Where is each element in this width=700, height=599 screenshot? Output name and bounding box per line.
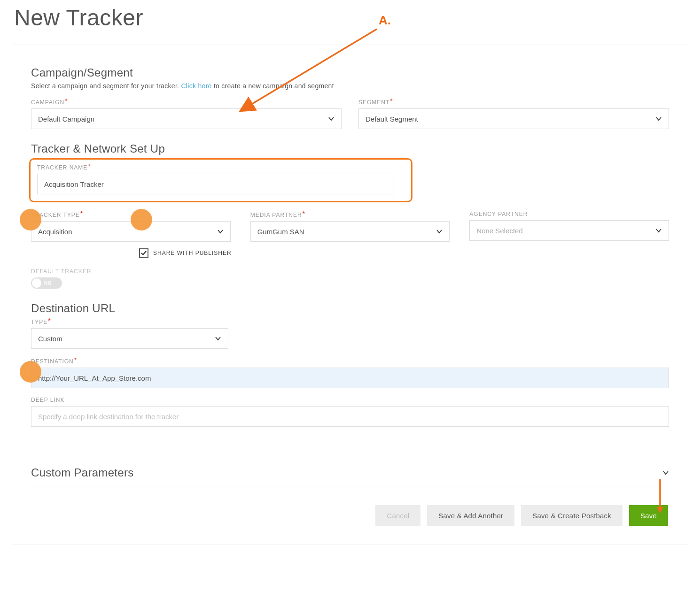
chevron-down-icon: [217, 228, 224, 235]
segment-value: Default Segment: [366, 115, 418, 123]
default-tracker-label: DEFAULT TRACKER: [31, 268, 669, 275]
chevron-down-icon: [655, 227, 662, 234]
required-icon: *: [65, 97, 68, 105]
campaign-help-text: Select a campaign and segment for your t…: [31, 82, 669, 90]
segment-select[interactable]: Default Segment: [358, 108, 669, 129]
media-partner-value: GumGum SAN: [257, 228, 304, 236]
create-campaign-link[interactable]: Click here: [181, 82, 211, 90]
save-create-postback-button[interactable]: Save & Create Postback: [521, 505, 622, 526]
chevron-down-icon: [436, 228, 443, 235]
chevron-down-icon: [215, 335, 221, 342]
share-with-publisher-label: SHARE WITH PUBLISHER: [153, 250, 232, 256]
toggle-knob: [32, 278, 41, 288]
destination-label: DESTINATION*: [31, 357, 669, 365]
media-partner-select[interactable]: GumGum SAN: [250, 221, 450, 242]
page-title: New Tracker: [0, 0, 700, 45]
tracker-name-label: TRACKER NAME*: [37, 163, 404, 171]
media-partner-label: MEDIA PARTNER*: [250, 211, 450, 218]
dest-type-select[interactable]: Custom: [31, 328, 228, 349]
campaign-value: Default Campaign: [38, 115, 94, 123]
save-button[interactable]: Save: [629, 505, 668, 526]
save-add-another-button[interactable]: Save & Add Another: [427, 505, 514, 526]
campaign-select[interactable]: Default Campaign: [31, 108, 342, 129]
campaign-help-pre: Select a campaign and segment for your t…: [31, 82, 181, 90]
dest-type-label: TYPE*: [31, 318, 228, 325]
custom-parameters-title: Custom Parameters: [31, 466, 134, 479]
chevron-down-icon: [662, 469, 669, 476]
destination-input[interactable]: [31, 368, 669, 388]
check-icon: [140, 250, 147, 256]
annotation-dot-media-partner: [131, 209, 152, 230]
campaign-help-post: to create a new campaign and segment: [212, 82, 334, 90]
campaign-label: CAMPAIGN*: [31, 98, 342, 106]
share-with-publisher-checkbox[interactable]: [139, 248, 148, 258]
tracker-type-value: Acquisition: [38, 228, 72, 236]
deeplink-label: DEEP LINK: [31, 397, 669, 403]
agency-partner-label: AGENCY PARTNER: [469, 211, 669, 217]
toggle-state-label: NO: [44, 281, 52, 286]
dest-type-value: Custom: [38, 335, 62, 343]
chevron-down-icon: [328, 115, 334, 122]
required-icon: *: [80, 210, 83, 217]
section-title-destination: Destination URL: [31, 302, 669, 315]
agency-partner-select[interactable]: None Selected: [469, 220, 669, 241]
required-icon: *: [390, 97, 393, 105]
annotation-dot-tracker-type: [20, 209, 41, 230]
form-card: A. Campaign/Segment Select a campaign an…: [12, 45, 688, 545]
agency-partner-value: None Selected: [476, 227, 522, 235]
highlight-tracker-name: TRACKER NAME*: [29, 158, 412, 202]
annotation-dot-destination: [20, 361, 41, 383]
section-title-tracker: Tracker & Network Set Up: [31, 142, 669, 155]
required-icon: *: [48, 317, 51, 324]
segment-label: SEGMENT*: [358, 98, 669, 106]
chevron-down-icon: [655, 115, 662, 122]
deeplink-input[interactable]: [31, 406, 669, 427]
default-tracker-toggle[interactable]: NO: [31, 277, 62, 289]
tracker-type-select[interactable]: Acquisition: [31, 221, 231, 242]
custom-parameters-accordion[interactable]: Custom Parameters: [31, 460, 669, 486]
section-title-campaign: Campaign/Segment: [31, 66, 669, 79]
required-icon: *: [74, 356, 77, 364]
required-icon: *: [88, 162, 91, 170]
cancel-button[interactable]: Cancel: [375, 505, 420, 526]
tracker-name-input[interactable]: [37, 174, 394, 194]
required-icon: *: [303, 210, 305, 217]
